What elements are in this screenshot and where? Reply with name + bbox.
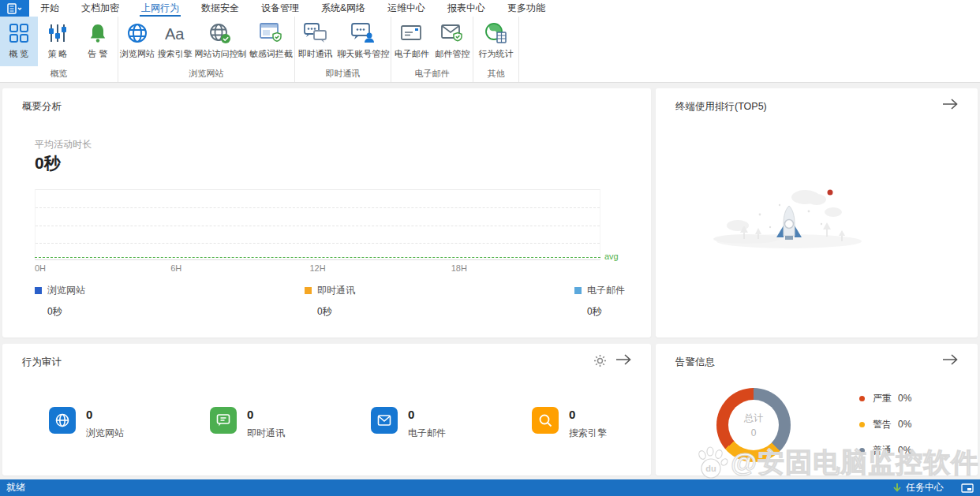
svg-text:Aa: Aa bbox=[165, 25, 185, 43]
ribbon-item-email[interactable]: 电子邮件 bbox=[391, 17, 432, 66]
alerts-legend: 严重 0% 警告 0% 普通 0% bbox=[859, 393, 911, 471]
mail-icon bbox=[371, 407, 398, 434]
magnifier-icon bbox=[532, 407, 559, 434]
audit-card-value: 0 bbox=[86, 408, 124, 421]
ribbon-item-label: 搜索引擎 bbox=[158, 48, 193, 60]
download-arrow-icon bbox=[892, 483, 902, 493]
x-tick: 18H bbox=[451, 263, 467, 273]
chat-person-icon bbox=[350, 22, 376, 44]
ribbon-item-site-access-control[interactable]: 网站访问控制 bbox=[194, 17, 248, 66]
ribbon-group-overview: 概 览 策 略 告 警 概览 bbox=[0, 17, 118, 82]
audit-card-value: 0 bbox=[569, 408, 607, 421]
legend-name: 浏览网站 bbox=[47, 284, 85, 297]
ribbon-item-label: 浏览网站 bbox=[120, 48, 155, 60]
chart-gridline bbox=[36, 243, 600, 244]
legend-item-im[interactable]: 即时通讯 0秒 bbox=[305, 284, 355, 319]
legend-value: 0秒 bbox=[587, 305, 625, 319]
aa-text-icon: Aa bbox=[163, 23, 187, 43]
top5-more-arrow-icon[interactable] bbox=[941, 98, 959, 113]
ribbon-item-label: 网站访问控制 bbox=[194, 48, 246, 60]
legend-dot bbox=[859, 396, 865, 401]
legend-value: 0% bbox=[898, 445, 911, 456]
audit-more-arrow-icon[interactable] bbox=[615, 353, 632, 368]
tab-doc-encryption[interactable]: 文档加密 bbox=[70, 0, 130, 17]
top5-panel: 终端使用排行(TOP5) bbox=[656, 88, 978, 338]
activity-line-chart bbox=[35, 189, 600, 260]
legend-item-email[interactable]: 电子邮件 0秒 bbox=[574, 284, 625, 319]
legend-swatch bbox=[305, 287, 312, 294]
globe-stats-icon bbox=[484, 22, 508, 44]
tab-report-center[interactable]: 报表中心 bbox=[436, 0, 496, 17]
x-tick: 6H bbox=[170, 263, 181, 273]
sliders-icon bbox=[47, 23, 68, 43]
audit-card-value: 0 bbox=[408, 408, 446, 421]
audit-panel-title: 行为审计 bbox=[22, 356, 62, 369]
legend-value: 0% bbox=[898, 393, 911, 404]
empty-state-rocket-illustration bbox=[703, 183, 885, 266]
ribbon-item-sensitive-word-block[interactable]: 敏感词拦截 bbox=[247, 17, 294, 66]
tab-device-management[interactable]: 设备管理 bbox=[250, 0, 310, 17]
audit-card-label: 即时通讯 bbox=[247, 427, 285, 440]
ribbon-item-email-control[interactable]: 邮件管控 bbox=[432, 17, 473, 66]
ribbon-item-label: 行为统计 bbox=[479, 48, 514, 60]
alerts-donut-center: 总计 0 bbox=[716, 388, 791, 462]
legend-value: 0% bbox=[898, 419, 911, 430]
audit-card-search[interactable]: 0 搜索引擎 bbox=[532, 407, 607, 440]
page-shield-icon bbox=[259, 22, 282, 44]
ribbon-group-label: 其他 bbox=[473, 66, 518, 82]
settings-gear-icon[interactable] bbox=[593, 354, 607, 370]
tab-ops-center[interactable]: 运维中心 bbox=[376, 0, 436, 17]
ribbon-item-instant-messaging[interactable]: 即时通讯 bbox=[295, 17, 336, 66]
bell-icon bbox=[88, 23, 108, 43]
alerts-panel: 告警信息 总计 0 严重 0% 警告 0% 普通 0% bbox=[656, 344, 978, 475]
tab-internet-behavior[interactable]: 上网行为 bbox=[130, 0, 190, 17]
x-tick: 0H bbox=[35, 263, 46, 273]
avg-dashed-line bbox=[35, 257, 600, 258]
audit-card-im[interactable]: 0 即时通讯 bbox=[210, 407, 285, 440]
ribbon-group-label: 即时通讯 bbox=[295, 66, 391, 82]
summary-panel: 概要分析 平均活动时长 0秒 avg 0H 6H 12H 18H 浏览网站 0秒… bbox=[2, 88, 651, 338]
monitor-icon[interactable] bbox=[961, 483, 974, 493]
menu-bar: 开始 文档加密 上网行为 数据安全 设备管理 系统&网络 运维中心 报表中心 更… bbox=[0, 0, 980, 17]
status-bar: 就绪 任务中心 bbox=[0, 479, 980, 496]
chart-legend: 浏览网站 0秒 即时通讯 0秒 电子邮件 0秒 bbox=[35, 284, 625, 319]
envelope-shield-icon bbox=[440, 23, 464, 43]
audit-card-value: 0 bbox=[247, 408, 285, 421]
ribbon-item-alarm[interactable]: 告 警 bbox=[77, 17, 118, 66]
alerts-legend-normal: 普通 0% bbox=[859, 445, 911, 456]
audit-card-browse[interactable]: 0 浏览网站 bbox=[49, 407, 124, 440]
audit-card-label: 搜索引擎 bbox=[569, 427, 607, 440]
alerts-more-arrow-icon[interactable] bbox=[941, 353, 959, 368]
ribbon-item-label: 概 览 bbox=[9, 48, 28, 60]
ribbon-item-overview[interactable]: 概 览 bbox=[0, 17, 38, 66]
ribbon-group-label: 浏览网站 bbox=[118, 66, 294, 82]
tab-start[interactable]: 开始 bbox=[29, 0, 70, 17]
alerts-legend-warning: 警告 0% bbox=[859, 419, 911, 430]
ribbon-item-chat-account-control[interactable]: 聊天账号管控 bbox=[336, 17, 391, 66]
task-center-label: 任务中心 bbox=[906, 481, 944, 494]
tab-system-network[interactable]: 系统&网络 bbox=[310, 0, 376, 17]
audit-card-label: 浏览网站 bbox=[86, 427, 124, 440]
tab-data-security[interactable]: 数据安全 bbox=[190, 0, 250, 17]
donut-center-value: 0 bbox=[751, 427, 757, 438]
tab-more-features[interactable]: 更多功能 bbox=[496, 0, 556, 17]
ribbon-group-browse: 浏览网站 Aa 搜索引擎 网站访问控制 敏感词拦截 浏览网站 bbox=[118, 17, 295, 82]
ribbon-item-policy[interactable]: 策 略 bbox=[38, 17, 78, 66]
task-center-button[interactable]: 任务中心 bbox=[892, 481, 944, 494]
ribbon-group-label: 概览 bbox=[0, 66, 118, 82]
alerts-panel-title: 告警信息 bbox=[675, 356, 715, 369]
app-menu-icon bbox=[7, 3, 23, 14]
ribbon-item-label: 聊天账号管控 bbox=[337, 48, 389, 60]
x-tick: 12H bbox=[309, 263, 325, 273]
ribbon-item-search-engine[interactable]: Aa 搜索引擎 bbox=[156, 17, 194, 66]
ribbon-group-label: 电子邮件 bbox=[391, 66, 473, 82]
globe-icon bbox=[126, 22, 148, 44]
audit-card-email[interactable]: 0 电子邮件 bbox=[371, 407, 446, 440]
ribbon-item-browse-site[interactable]: 浏览网站 bbox=[118, 17, 156, 66]
legend-item-browse[interactable]: 浏览网站 0秒 bbox=[35, 284, 85, 319]
app-menu-button[interactable] bbox=[0, 0, 29, 17]
avg-activity-label: 平均活动时长 bbox=[35, 138, 92, 151]
ribbon-item-behavior-stats[interactable]: 行为统计 bbox=[473, 17, 518, 66]
chart-gridline bbox=[36, 226, 600, 226]
legend-value: 0秒 bbox=[317, 305, 355, 319]
